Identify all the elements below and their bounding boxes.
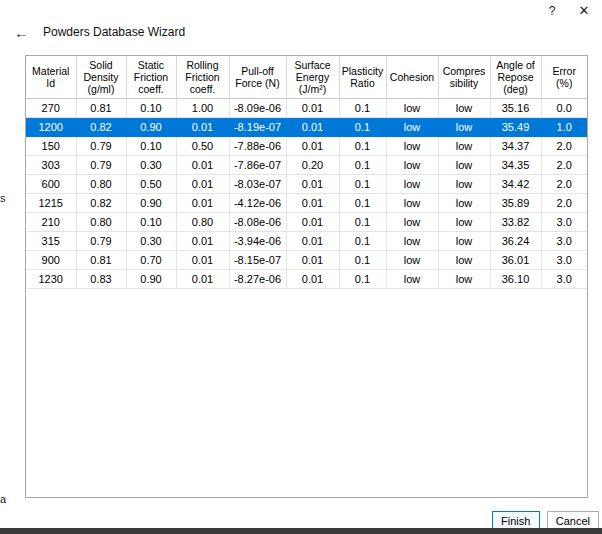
table-cell[interactable]: low	[386, 194, 438, 213]
table-row[interactable]: 12300.830.900.01-8.27e-060.010.1lowlow36…	[26, 270, 587, 289]
table-row[interactable]: 2700.810.101.00-8.09e-060.010.1lowlow35.…	[26, 99, 587, 118]
table-cell[interactable]: 0.01	[286, 118, 339, 137]
table-row[interactable]: 1500.790.100.50-7.88e-060.010.1lowlow34.…	[26, 137, 587, 156]
table-cell[interactable]: 35.16	[490, 99, 541, 118]
table-cell[interactable]: 3.0	[541, 213, 587, 232]
table-cell[interactable]: low	[386, 175, 438, 194]
table-row[interactable]: 6000.800.500.01-8.03e-070.010.1lowlow34.…	[26, 175, 587, 194]
table-cell[interactable]: -3.94e-06	[229, 232, 286, 251]
table-cell[interactable]: -8.15e-07	[229, 251, 286, 270]
table-cell[interactable]: 0.01	[286, 251, 339, 270]
back-icon[interactable]: ←	[14, 25, 29, 40]
table-cell[interactable]: 0.79	[76, 232, 126, 251]
table-cell[interactable]: low	[438, 137, 490, 156]
table-cell[interactable]: 34.42	[490, 175, 541, 194]
table-cell[interactable]: 0.82	[76, 118, 126, 137]
table-row[interactable]: 12150.820.900.01-4.12e-060.010.1lowlow35…	[26, 194, 587, 213]
column-header[interactable]: Pull-off Force (N)	[229, 56, 286, 99]
table-cell[interactable]: low	[386, 270, 438, 289]
table-cell[interactable]: 0.01	[286, 232, 339, 251]
table-cell[interactable]: low	[438, 270, 490, 289]
table-cell[interactable]: 0.01	[176, 232, 229, 251]
column-header[interactable]: Rolling Friction coeff.	[176, 56, 229, 99]
table-cell[interactable]: 150	[26, 137, 76, 156]
table-cell[interactable]: 1.00	[176, 99, 229, 118]
table-cell[interactable]: 3.0	[541, 270, 587, 289]
help-icon[interactable]: ?	[536, 1, 568, 20]
table-cell[interactable]: 1230	[26, 270, 76, 289]
table-cell[interactable]: -8.27e-06	[229, 270, 286, 289]
table-cell[interactable]: 270	[26, 99, 76, 118]
table-cell[interactable]: 0.1	[339, 99, 386, 118]
table-cell[interactable]: 0.90	[126, 270, 176, 289]
table-cell[interactable]: -7.88e-06	[229, 137, 286, 156]
table-cell[interactable]: 0.1	[339, 137, 386, 156]
table-cell[interactable]: 0.10	[126, 137, 176, 156]
table-cell[interactable]: 0.01	[176, 194, 229, 213]
table-cell[interactable]: 34.35	[490, 156, 541, 175]
table-cell[interactable]: 0.90	[126, 194, 176, 213]
table-cell[interactable]: 34.37	[490, 137, 541, 156]
table-cell[interactable]: 0.1	[339, 156, 386, 175]
table-cell[interactable]: 0.01	[176, 118, 229, 137]
table-cell[interactable]: 0.01	[176, 251, 229, 270]
table-cell[interactable]: 2.0	[541, 137, 587, 156]
table-cell[interactable]: 35.49	[490, 118, 541, 137]
table-cell[interactable]: 0.01	[286, 99, 339, 118]
table-cell[interactable]: 2.0	[541, 156, 587, 175]
column-header[interactable]: Material Id	[26, 56, 76, 99]
column-header[interactable]: Surface Energy (J/m²)	[286, 56, 339, 99]
table-cell[interactable]: -8.08e-06	[229, 213, 286, 232]
table-cell[interactable]: 0.01	[176, 175, 229, 194]
table-cell[interactable]: low	[386, 137, 438, 156]
table-cell[interactable]: 0.01	[286, 270, 339, 289]
table-cell[interactable]: low	[438, 99, 490, 118]
column-header[interactable]: Plasticity Ratio	[339, 56, 386, 99]
table-cell[interactable]: 0.1	[339, 213, 386, 232]
table-row[interactable]: 3030.790.300.01-7.86e-070.200.1lowlow34.…	[26, 156, 587, 175]
table-cell[interactable]: low	[386, 118, 438, 137]
table-cell[interactable]: low	[386, 156, 438, 175]
table-cell[interactable]: 0.10	[126, 99, 176, 118]
table-cell[interactable]: low	[438, 156, 490, 175]
table-cell[interactable]: 0.30	[126, 156, 176, 175]
table-row[interactable]: 9000.810.700.01-8.15e-070.010.1lowlow36.…	[26, 251, 587, 270]
table-cell[interactable]: 600	[26, 175, 76, 194]
table-cell[interactable]: 0.50	[126, 175, 176, 194]
column-header[interactable]: Compressibility	[438, 56, 490, 99]
table-cell[interactable]: low	[438, 194, 490, 213]
table-cell[interactable]: 0.01	[176, 156, 229, 175]
table-cell[interactable]: 0.01	[176, 270, 229, 289]
table-cell[interactable]: -8.09e-06	[229, 99, 286, 118]
table-cell[interactable]: 36.01	[490, 251, 541, 270]
table-cell[interactable]: 36.24	[490, 232, 541, 251]
table-cell[interactable]: 0.1	[339, 270, 386, 289]
table-cell[interactable]: 0.01	[286, 194, 339, 213]
table-cell[interactable]: 0.79	[76, 137, 126, 156]
table-cell[interactable]: 0.81	[76, 251, 126, 270]
table-cell[interactable]: 33.82	[490, 213, 541, 232]
column-header[interactable]: Cohesion	[386, 56, 438, 99]
table-cell[interactable]: 0.01	[286, 213, 339, 232]
table-row[interactable]: 2100.800.100.80-8.08e-060.010.1lowlow33.…	[26, 213, 587, 232]
table-cell[interactable]: 0.70	[126, 251, 176, 270]
table-cell[interactable]: 0.82	[76, 194, 126, 213]
table-cell[interactable]: 0.1	[339, 251, 386, 270]
table-cell[interactable]: low	[386, 251, 438, 270]
table-cell[interactable]: 0.01	[286, 137, 339, 156]
table-cell[interactable]: 0.0	[541, 99, 587, 118]
table-cell[interactable]: 0.90	[126, 118, 176, 137]
table-cell[interactable]: low	[438, 118, 490, 137]
table-cell[interactable]: -4.12e-06	[229, 194, 286, 213]
table-cell[interactable]: low	[386, 232, 438, 251]
close-icon[interactable]: ✕	[568, 1, 600, 20]
table-cell[interactable]: low	[386, 99, 438, 118]
table-cell[interactable]: 0.1	[339, 118, 386, 137]
table-cell[interactable]: 315	[26, 232, 76, 251]
table-cell[interactable]: 3.0	[541, 251, 587, 270]
table-cell[interactable]: 0.01	[286, 175, 339, 194]
table-cell[interactable]: 0.1	[339, 175, 386, 194]
table-cell[interactable]: low	[386, 213, 438, 232]
table-cell[interactable]: 0.50	[176, 137, 229, 156]
table-cell[interactable]: 1.0	[541, 118, 587, 137]
